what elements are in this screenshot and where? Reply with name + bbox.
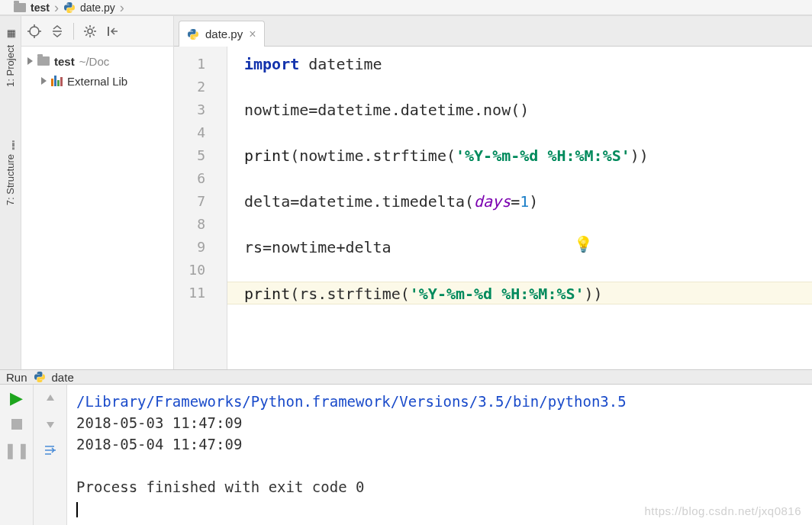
tree-external-libs[interactable]: External Lib xyxy=(24,71,170,91)
console-caret xyxy=(76,502,78,517)
tree-external-label: External Lib xyxy=(67,75,127,88)
code-content[interactable]: 💡 import datetime nowtime=datetime.datet… xyxy=(227,47,812,369)
folder-icon xyxy=(14,3,26,12)
console-exit-msg: Process finished with exit code 0 xyxy=(76,476,803,498)
structure-tool-button[interactable]: 7: Structure xyxy=(5,140,16,205)
python-file-icon xyxy=(34,371,46,383)
run-panel: Run date ▶ ❚❚ /Library/Frameworks/Python… xyxy=(0,369,812,525)
svg-line-14 xyxy=(93,27,95,28)
svg-rect-16 xyxy=(11,419,22,430)
folder-icon xyxy=(37,56,50,66)
editor-tab-date[interactable]: date.py × xyxy=(179,21,265,47)
soft-wrap-icon[interactable] xyxy=(43,443,58,458)
svg-line-12 xyxy=(93,34,95,35)
collapse-icon[interactable] xyxy=(50,24,64,38)
intention-bulb-icon[interactable]: 💡 xyxy=(574,235,593,253)
project-tool-button[interactable]: 1: Project ▦ xyxy=(5,31,16,87)
structure-icon xyxy=(6,140,15,150)
rerun-icon[interactable]: ▶ xyxy=(9,391,24,406)
console-command[interactable]: /Library/Frameworks/Python.framework/Ver… xyxy=(76,393,627,410)
python-file-icon xyxy=(187,28,199,40)
line-gutter: 123 456 789 1011 xyxy=(174,47,227,369)
python-file-icon xyxy=(63,2,76,14)
close-icon[interactable]: × xyxy=(249,27,256,41)
chevron-right-icon: › xyxy=(120,1,124,14)
console-line: 2018-05-03 11:47:09 xyxy=(76,412,803,433)
project-toolbar xyxy=(21,16,173,47)
expand-icon[interactable] xyxy=(41,77,47,85)
tree-root-path: ~/Doc xyxy=(79,55,110,68)
expand-icon[interactable] xyxy=(27,57,33,65)
pause-icon[interactable]: ❚❚ xyxy=(9,443,24,458)
down-icon[interactable] xyxy=(43,417,58,432)
stop-icon[interactable] xyxy=(9,417,24,432)
chevron-right-icon: › xyxy=(54,1,59,14)
editor-tab-label: date.py xyxy=(205,27,243,40)
svg-line-11 xyxy=(85,27,87,28)
target-icon[interactable] xyxy=(27,24,41,38)
breadcrumb: test › date.py › xyxy=(0,0,812,15)
console-line: 2018-05-04 11:47:09 xyxy=(76,433,803,455)
project-icon: ▦ xyxy=(6,31,15,40)
svg-point-6 xyxy=(88,29,92,34)
editor-area: date.py × 123 456 789 1011 💡 import date… xyxy=(174,16,812,369)
tool-stripe-left: 1: Project ▦ 7: Structure xyxy=(0,16,21,369)
project-tree: test ~/Doc External Lib xyxy=(21,47,173,95)
up-icon[interactable] xyxy=(43,391,58,406)
project-panel: test ~/Doc External Lib xyxy=(21,16,174,369)
breadcrumb-folder[interactable]: test xyxy=(31,2,50,14)
breadcrumb-file[interactable]: date.py xyxy=(80,2,115,14)
svg-line-13 xyxy=(85,34,87,35)
run-left-toolbar: ▶ ❚❚ xyxy=(0,385,34,525)
watermark-text: https://blog.csdn.net/jxq0816 xyxy=(645,501,801,522)
console-output[interactable]: /Library/Frameworks/Python.framework/Ver… xyxy=(67,385,812,525)
run-panel-title: Run xyxy=(6,371,27,384)
gear-icon[interactable] xyxy=(83,24,97,38)
code-editor[interactable]: 123 456 789 1011 💡 import datetime nowti… xyxy=(174,47,812,369)
editor-tab-bar: date.py × xyxy=(174,16,812,47)
run-config-name: date xyxy=(52,371,74,384)
svg-point-0 xyxy=(30,27,39,36)
run-panel-body: ▶ ❚❚ /Library/Frameworks/Python.framewor… xyxy=(0,385,812,525)
run-nav-toolbar xyxy=(34,385,67,525)
run-panel-header[interactable]: Run date xyxy=(0,370,812,385)
tree-root[interactable]: test ~/Doc xyxy=(24,51,170,71)
tree-root-name: test xyxy=(54,55,75,68)
hide-icon[interactable] xyxy=(106,24,120,38)
libraries-icon xyxy=(51,76,63,86)
